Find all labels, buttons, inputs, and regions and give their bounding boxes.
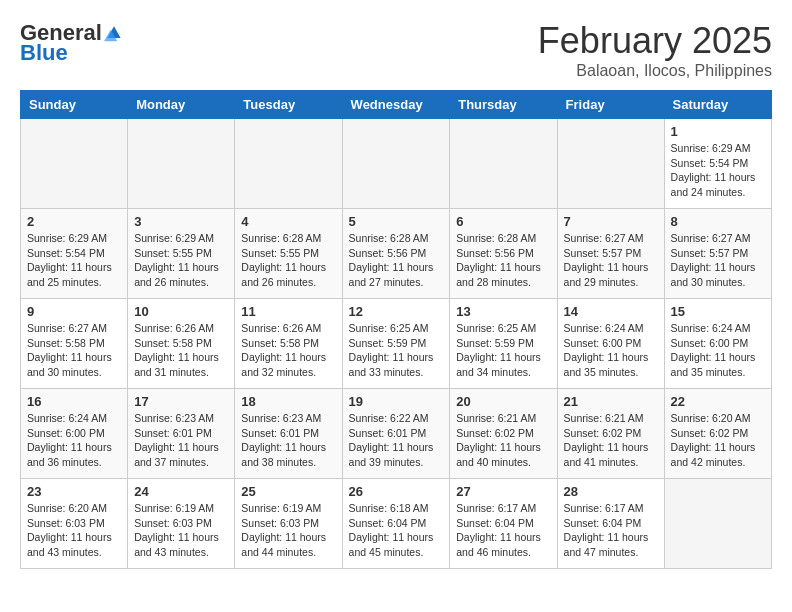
calendar-week-row: 23Sunrise: 6:20 AM Sunset: 6:03 PM Dayli… (21, 479, 772, 569)
day-number: 9 (27, 304, 121, 319)
calendar-cell: 17Sunrise: 6:23 AM Sunset: 6:01 PM Dayli… (128, 389, 235, 479)
calendar-cell (21, 119, 128, 209)
logo-icon (104, 23, 124, 43)
calendar-cell: 10Sunrise: 6:26 AM Sunset: 5:58 PM Dayli… (128, 299, 235, 389)
calendar-cell (235, 119, 342, 209)
calendar-header-row: SundayMondayTuesdayWednesdayThursdayFrid… (21, 91, 772, 119)
day-number: 14 (564, 304, 658, 319)
day-number: 28 (564, 484, 658, 499)
calendar-cell: 13Sunrise: 6:25 AM Sunset: 5:59 PM Dayli… (450, 299, 557, 389)
calendar-cell: 9Sunrise: 6:27 AM Sunset: 5:58 PM Daylig… (21, 299, 128, 389)
weekday-header-sunday: Sunday (21, 91, 128, 119)
day-number: 15 (671, 304, 765, 319)
calendar-week-row: 16Sunrise: 6:24 AM Sunset: 6:00 PM Dayli… (21, 389, 772, 479)
day-info: Sunrise: 6:19 AM Sunset: 6:03 PM Dayligh… (241, 501, 335, 560)
weekday-header-monday: Monday (128, 91, 235, 119)
day-number: 26 (349, 484, 444, 499)
page-header: General Blue February 2025 Balaoan, Iloc… (20, 20, 772, 80)
calendar-cell (664, 479, 771, 569)
calendar-cell: 7Sunrise: 6:27 AM Sunset: 5:57 PM Daylig… (557, 209, 664, 299)
day-number: 17 (134, 394, 228, 409)
calendar-cell: 23Sunrise: 6:20 AM Sunset: 6:03 PM Dayli… (21, 479, 128, 569)
weekday-header-tuesday: Tuesday (235, 91, 342, 119)
day-number: 21 (564, 394, 658, 409)
weekday-header-friday: Friday (557, 91, 664, 119)
calendar-cell: 16Sunrise: 6:24 AM Sunset: 6:00 PM Dayli… (21, 389, 128, 479)
day-number: 4 (241, 214, 335, 229)
title-block: February 2025 Balaoan, Ilocos, Philippin… (538, 20, 772, 80)
calendar-cell: 28Sunrise: 6:17 AM Sunset: 6:04 PM Dayli… (557, 479, 664, 569)
weekday-header-wednesday: Wednesday (342, 91, 450, 119)
calendar-cell: 3Sunrise: 6:29 AM Sunset: 5:55 PM Daylig… (128, 209, 235, 299)
day-info: Sunrise: 6:28 AM Sunset: 5:56 PM Dayligh… (456, 231, 550, 290)
day-info: Sunrise: 6:23 AM Sunset: 6:01 PM Dayligh… (241, 411, 335, 470)
day-info: Sunrise: 6:27 AM Sunset: 5:57 PM Dayligh… (564, 231, 658, 290)
calendar-cell: 5Sunrise: 6:28 AM Sunset: 5:56 PM Daylig… (342, 209, 450, 299)
day-info: Sunrise: 6:27 AM Sunset: 5:58 PM Dayligh… (27, 321, 121, 380)
day-number: 10 (134, 304, 228, 319)
day-number: 24 (134, 484, 228, 499)
day-info: Sunrise: 6:29 AM Sunset: 5:54 PM Dayligh… (27, 231, 121, 290)
day-info: Sunrise: 6:28 AM Sunset: 5:55 PM Dayligh… (241, 231, 335, 290)
calendar-cell (450, 119, 557, 209)
calendar-table: SundayMondayTuesdayWednesdayThursdayFrid… (20, 90, 772, 569)
day-number: 19 (349, 394, 444, 409)
day-number: 18 (241, 394, 335, 409)
logo: General Blue (20, 20, 124, 66)
day-number: 27 (456, 484, 550, 499)
calendar-cell: 11Sunrise: 6:26 AM Sunset: 5:58 PM Dayli… (235, 299, 342, 389)
day-info: Sunrise: 6:26 AM Sunset: 5:58 PM Dayligh… (134, 321, 228, 380)
day-number: 20 (456, 394, 550, 409)
calendar-week-row: 9Sunrise: 6:27 AM Sunset: 5:58 PM Daylig… (21, 299, 772, 389)
weekday-header-saturday: Saturday (664, 91, 771, 119)
day-info: Sunrise: 6:22 AM Sunset: 6:01 PM Dayligh… (349, 411, 444, 470)
day-info: Sunrise: 6:18 AM Sunset: 6:04 PM Dayligh… (349, 501, 444, 560)
weekday-header-thursday: Thursday (450, 91, 557, 119)
calendar-cell: 8Sunrise: 6:27 AM Sunset: 5:57 PM Daylig… (664, 209, 771, 299)
day-number: 6 (456, 214, 550, 229)
calendar-cell: 19Sunrise: 6:22 AM Sunset: 6:01 PM Dayli… (342, 389, 450, 479)
calendar-cell: 1Sunrise: 6:29 AM Sunset: 5:54 PM Daylig… (664, 119, 771, 209)
day-number: 13 (456, 304, 550, 319)
day-info: Sunrise: 6:19 AM Sunset: 6:03 PM Dayligh… (134, 501, 228, 560)
day-info: Sunrise: 6:21 AM Sunset: 6:02 PM Dayligh… (564, 411, 658, 470)
day-number: 7 (564, 214, 658, 229)
day-number: 22 (671, 394, 765, 409)
day-info: Sunrise: 6:25 AM Sunset: 5:59 PM Dayligh… (456, 321, 550, 380)
day-info: Sunrise: 6:25 AM Sunset: 5:59 PM Dayligh… (349, 321, 444, 380)
day-info: Sunrise: 6:20 AM Sunset: 6:03 PM Dayligh… (27, 501, 121, 560)
calendar-cell (557, 119, 664, 209)
day-number: 5 (349, 214, 444, 229)
location-subtitle: Balaoan, Ilocos, Philippines (538, 62, 772, 80)
day-number: 11 (241, 304, 335, 319)
day-info: Sunrise: 6:21 AM Sunset: 6:02 PM Dayligh… (456, 411, 550, 470)
day-info: Sunrise: 6:20 AM Sunset: 6:02 PM Dayligh… (671, 411, 765, 470)
calendar-cell: 27Sunrise: 6:17 AM Sunset: 6:04 PM Dayli… (450, 479, 557, 569)
day-number: 12 (349, 304, 444, 319)
calendar-cell (342, 119, 450, 209)
calendar-cell: 15Sunrise: 6:24 AM Sunset: 6:00 PM Dayli… (664, 299, 771, 389)
day-info: Sunrise: 6:28 AM Sunset: 5:56 PM Dayligh… (349, 231, 444, 290)
day-info: Sunrise: 6:26 AM Sunset: 5:58 PM Dayligh… (241, 321, 335, 380)
logo-blue-text: Blue (20, 40, 68, 66)
calendar-cell: 18Sunrise: 6:23 AM Sunset: 6:01 PM Dayli… (235, 389, 342, 479)
day-number: 25 (241, 484, 335, 499)
calendar-cell: 25Sunrise: 6:19 AM Sunset: 6:03 PM Dayli… (235, 479, 342, 569)
day-info: Sunrise: 6:24 AM Sunset: 6:00 PM Dayligh… (671, 321, 765, 380)
day-number: 16 (27, 394, 121, 409)
calendar-cell: 14Sunrise: 6:24 AM Sunset: 6:00 PM Dayli… (557, 299, 664, 389)
calendar-cell: 12Sunrise: 6:25 AM Sunset: 5:59 PM Dayli… (342, 299, 450, 389)
day-info: Sunrise: 6:24 AM Sunset: 6:00 PM Dayligh… (564, 321, 658, 380)
calendar-cell: 4Sunrise: 6:28 AM Sunset: 5:55 PM Daylig… (235, 209, 342, 299)
calendar-cell: 20Sunrise: 6:21 AM Sunset: 6:02 PM Dayli… (450, 389, 557, 479)
day-number: 1 (671, 124, 765, 139)
calendar-cell: 24Sunrise: 6:19 AM Sunset: 6:03 PM Dayli… (128, 479, 235, 569)
day-info: Sunrise: 6:17 AM Sunset: 6:04 PM Dayligh… (564, 501, 658, 560)
day-info: Sunrise: 6:27 AM Sunset: 5:57 PM Dayligh… (671, 231, 765, 290)
calendar-cell: 2Sunrise: 6:29 AM Sunset: 5:54 PM Daylig… (21, 209, 128, 299)
calendar-cell: 22Sunrise: 6:20 AM Sunset: 6:02 PM Dayli… (664, 389, 771, 479)
calendar-cell: 6Sunrise: 6:28 AM Sunset: 5:56 PM Daylig… (450, 209, 557, 299)
day-info: Sunrise: 6:29 AM Sunset: 5:55 PM Dayligh… (134, 231, 228, 290)
calendar-cell: 21Sunrise: 6:21 AM Sunset: 6:02 PM Dayli… (557, 389, 664, 479)
calendar-cell: 26Sunrise: 6:18 AM Sunset: 6:04 PM Dayli… (342, 479, 450, 569)
